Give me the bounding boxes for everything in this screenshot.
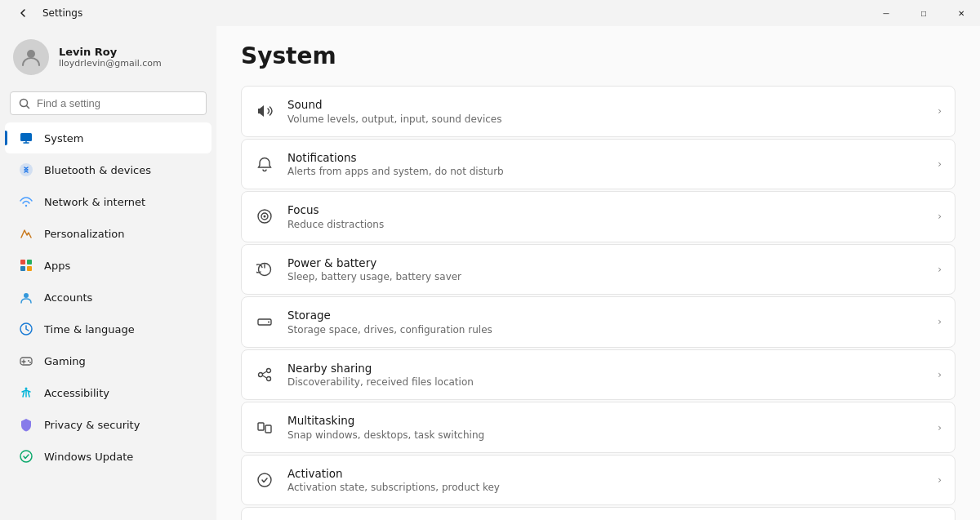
page-title: System xyxy=(241,42,956,69)
sidebar-item-label-update: Windows Update xyxy=(44,451,133,463)
sidebar-item-label-system: System xyxy=(44,132,83,144)
search-input[interactable] xyxy=(37,97,198,109)
svg-rect-7 xyxy=(20,266,25,271)
settings-item-activation[interactable]: Activation Activation state, subscriptio… xyxy=(241,455,956,506)
sidebar-item-apps[interactable]: Apps xyxy=(5,250,212,281)
sidebar-item-label-gaming: Gaming xyxy=(44,355,86,367)
svg-point-21 xyxy=(268,322,270,323)
svg-point-12 xyxy=(28,360,29,362)
system-icon xyxy=(18,130,34,146)
svg-point-24 xyxy=(267,377,271,381)
svg-point-0 xyxy=(27,50,35,58)
focus-title: Focus xyxy=(287,203,924,218)
activation-icon xyxy=(255,470,274,490)
network-icon xyxy=(18,193,34,210)
sidebar-item-update[interactable]: Windows Update xyxy=(5,441,212,472)
sidebar-item-privacy[interactable]: Privacy & security xyxy=(5,409,212,440)
storage-title: Storage xyxy=(287,309,924,323)
settings-list: Sound Volume levels, output, input, soun… xyxy=(241,86,956,520)
sidebar: Levin Roy lloydrlevin@gmail.com xyxy=(0,26,216,520)
svg-point-22 xyxy=(259,373,263,377)
back-button[interactable] xyxy=(10,0,36,26)
sidebar-item-bluetooth[interactable]: Bluetooth & devices xyxy=(5,154,212,185)
notifications-chevron: › xyxy=(938,158,942,170)
multitasking-icon xyxy=(255,418,274,438)
multitasking-desc: Snap windows, desktops, task switching xyxy=(287,429,924,441)
titlebar-left: Settings xyxy=(10,0,82,26)
sidebar-item-label-accounts: Accounts xyxy=(44,291,92,304)
nearby-text: Nearby sharing Discoverability, received… xyxy=(287,362,924,389)
activation-title: Activation xyxy=(287,467,924,482)
sidebar-item-label-time: Time & language xyxy=(44,323,135,336)
avatar xyxy=(13,39,49,75)
focus-chevron: › xyxy=(938,211,942,222)
settings-item-power[interactable]: Power & battery Sleep, battery usage, ba… xyxy=(241,244,956,296)
svg-point-14 xyxy=(25,388,28,390)
user-name: Levin Roy xyxy=(59,46,162,58)
power-icon xyxy=(255,260,274,279)
settings-item-nearby[interactable]: Nearby sharing Discoverability, received… xyxy=(241,349,956,401)
app-title: Settings xyxy=(42,7,82,19)
svg-point-4 xyxy=(25,205,27,207)
time-icon xyxy=(18,321,34,337)
settings-item-notifications[interactable]: Notifications Alerts from apps and syste… xyxy=(241,139,956,190)
titlebar: Settings ─ □ ✕ xyxy=(0,0,980,26)
settings-item-multitasking[interactable]: Multitasking Snap windows, desktops, tas… xyxy=(241,402,956,453)
sidebar-item-label-personalization: Personalization xyxy=(44,228,125,240)
update-icon xyxy=(18,448,34,464)
activation-chevron: › xyxy=(938,474,942,486)
svg-rect-8 xyxy=(27,266,32,271)
focus-desc: Reduce distractions xyxy=(287,219,924,230)
sidebar-nav: System Bluetooth & devices xyxy=(0,122,216,473)
svg-point-18 xyxy=(264,216,266,218)
user-section[interactable]: Levin Roy lloydrlevin@gmail.com xyxy=(0,26,216,88)
main-content: System Sound Volume levels, output, inpu… xyxy=(216,26,980,520)
personalization-icon xyxy=(18,225,34,242)
multitasking-chevron: › xyxy=(938,422,942,433)
power-desc: Sleep, battery usage, battery saver xyxy=(287,271,924,282)
user-email: lloydrlevin@gmail.com xyxy=(59,58,162,69)
svg-rect-6 xyxy=(27,260,32,264)
sidebar-item-accounts[interactable]: Accounts xyxy=(5,282,212,313)
activation-desc: Activation state, subscriptions, product… xyxy=(287,482,924,493)
sidebar-item-accessibility[interactable]: Accessibility xyxy=(5,377,212,408)
sidebar-item-label-network: Network & internet xyxy=(44,196,145,208)
sound-chevron: › xyxy=(938,105,942,117)
storage-text: Storage Storage space, drives, configura… xyxy=(287,309,924,336)
settings-item-sound[interactable]: Sound Volume levels, output, input, soun… xyxy=(241,86,956,137)
svg-point-13 xyxy=(29,362,31,363)
window-controls: ─ □ ✕ xyxy=(867,0,980,26)
svg-rect-25 xyxy=(258,423,264,430)
multitasking-text: Multitasking Snap windows, desktops, tas… xyxy=(287,414,924,441)
storage-desc: Storage space, drives, configuration rul… xyxy=(287,324,924,336)
notifications-desc: Alerts from apps and system, do not dist… xyxy=(287,166,924,177)
sidebar-item-gaming[interactable]: Gaming xyxy=(5,345,212,376)
power-title: Power & battery xyxy=(287,256,924,271)
activation-text: Activation Activation state, subscriptio… xyxy=(287,467,924,494)
sidebar-item-label-privacy: Privacy & security xyxy=(44,419,140,431)
power-text: Power & battery Sleep, battery usage, ba… xyxy=(287,256,924,283)
sidebar-item-time[interactable]: Time & language xyxy=(5,313,212,344)
user-info: Levin Roy lloydrlevin@gmail.com xyxy=(59,46,162,69)
gaming-icon xyxy=(18,353,34,369)
minimize-button[interactable]: ─ xyxy=(867,0,905,26)
settings-item-storage[interactable]: Storage Storage space, drives, configura… xyxy=(241,296,956,348)
restore-button[interactable]: □ xyxy=(905,0,942,26)
focus-text: Focus Reduce distractions xyxy=(287,203,924,230)
search-icon xyxy=(19,98,30,109)
sidebar-item-network[interactable]: Network & internet xyxy=(5,186,212,217)
sound-icon xyxy=(255,101,274,121)
settings-item-focus[interactable]: Focus Reduce distractions › xyxy=(241,191,956,242)
sound-title: Sound xyxy=(287,98,924,113)
settings-item-troubleshoot[interactable]: Troubleshoot Recommended troubleshooters… xyxy=(241,507,956,520)
nearby-title: Nearby sharing xyxy=(287,362,924,376)
sidebar-item-personalization[interactable]: Personalization xyxy=(5,218,212,249)
svg-point-3 xyxy=(20,163,33,176)
power-chevron: › xyxy=(938,264,942,275)
close-button[interactable]: ✕ xyxy=(942,0,980,26)
sidebar-item-label-bluetooth: Bluetooth & devices xyxy=(44,164,151,176)
sidebar-item-system[interactable]: System xyxy=(5,122,212,153)
app-container: Levin Roy lloydrlevin@gmail.com xyxy=(0,26,980,520)
search-box[interactable] xyxy=(10,91,207,115)
notifications-title: Notifications xyxy=(287,151,924,166)
